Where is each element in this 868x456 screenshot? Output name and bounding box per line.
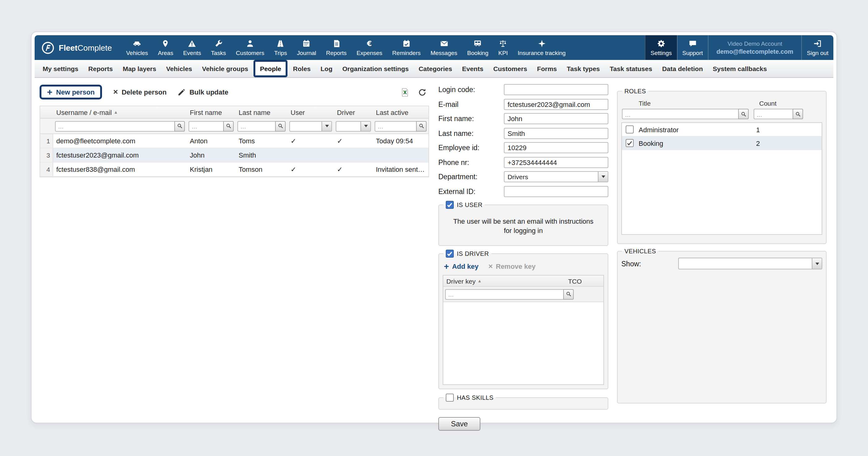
phone-nr-input[interactable] (504, 157, 608, 168)
nav-item-settings[interactable]: Settings (645, 35, 677, 60)
vehicles-show-select[interactable] (678, 258, 822, 269)
last-name-filter-input[interactable] (238, 121, 275, 131)
save-button[interactable]: Save (438, 417, 480, 431)
first-name-filter-input[interactable] (189, 121, 223, 131)
role-checkbox[interactable] (626, 139, 634, 147)
nav-item-sign-out[interactable]: Sign out (801, 35, 833, 60)
tab-categories[interactable]: Categories (413, 60, 457, 77)
col-driver-key[interactable]: Driver key (446, 278, 476, 285)
role-row-booking[interactable]: Booking2 (622, 136, 822, 150)
search-icon[interactable] (223, 121, 234, 131)
col-last-name[interactable]: Last name (236, 108, 287, 116)
employee-id-input[interactable] (504, 142, 608, 153)
delete-person-button[interactable]: × Delete person (113, 88, 166, 96)
roles-fieldset: ROLES Title Count (617, 88, 827, 244)
user-filter-select[interactable] (289, 121, 332, 131)
tab-events[interactable]: Events (457, 60, 488, 77)
is-driver-checkbox[interactable] (446, 250, 454, 258)
nav-item-expenses[interactable]: €Expenses (351, 35, 387, 60)
nav-item-support[interactable]: Support (677, 35, 708, 60)
col-role-title[interactable]: Title (639, 99, 759, 106)
person-icon (246, 39, 254, 47)
driver-keys-filter-row (443, 287, 603, 302)
tab-data-deletion[interactable]: Data deletion (657, 60, 708, 77)
tab-system-callbacks[interactable]: System callbacks (708, 60, 772, 77)
tab-organization-settings[interactable]: Organization settings (338, 60, 414, 77)
external-id-input[interactable] (504, 186, 608, 197)
person-row-fctestuser838-gmail-com[interactable]: 4fctestuser838@gmail.comKristjanTomson✓✓… (40, 163, 428, 177)
nav-item-journal[interactable]: Journal (292, 35, 321, 60)
role-row-administrator[interactable]: Administrator1 (622, 123, 822, 136)
email-input[interactable] (504, 99, 608, 110)
nav-item-customers[interactable]: Customers (231, 35, 269, 60)
tab-reports[interactable]: Reports (84, 60, 118, 77)
tab-log[interactable]: Log (316, 60, 338, 77)
last-active-filter-input[interactable] (375, 121, 416, 131)
tab-task-types[interactable]: Task types (562, 60, 605, 77)
people-table-header: Username / e-mail▲First nameLast nameUse… (40, 106, 428, 119)
tab-map-layers[interactable]: Map layers (118, 60, 161, 77)
login-code-input[interactable] (504, 84, 608, 95)
person-row-demo-fleetcomplete-com[interactable]: 1demo@fleetcomplete.comAntonToms✓✓Today … (40, 134, 428, 148)
tab-people[interactable]: People (254, 60, 287, 77)
has-skills-checkbox[interactable] (446, 394, 454, 402)
nav-item-reminders[interactable]: Reminders (387, 35, 426, 60)
add-key-button[interactable]: + Add key (444, 263, 478, 270)
export-excel-icon[interactable]: X (401, 88, 409, 97)
person-row-fctestuser2023-gmail-com[interactable]: 3fctestuser2023@gmail.comJohnSmith (40, 148, 428, 163)
search-icon[interactable] (738, 109, 749, 119)
nav-item-insurance-tracking[interactable]: Insurance tracking (513, 35, 570, 60)
nav-item-messages[interactable]: Messages (426, 35, 462, 60)
nav-item-trips[interactable]: Trips (269, 35, 292, 60)
new-person-button[interactable]: + New person (39, 85, 102, 99)
nav-item-tasks[interactable]: Tasks (206, 35, 231, 60)
department-select[interactable]: Drivers (504, 171, 608, 182)
col-driver[interactable]: Driver (334, 108, 373, 116)
sort-asc-icon: ▲ (114, 110, 118, 114)
first-name-input[interactable] (504, 113, 608, 124)
form-row-last-name: Last name: (438, 128, 608, 139)
search-icon[interactable] (416, 121, 427, 131)
tab-customers[interactable]: Customers (488, 60, 532, 77)
calendar-icon (303, 39, 311, 47)
col-first-name[interactable]: First name (187, 108, 236, 116)
account-info[interactable]: Video Demo Account demo@fleetcomplete.co… (708, 35, 801, 60)
col-role-count[interactable]: Count (759, 99, 821, 106)
bulk-update-button[interactable]: Bulk update (178, 88, 228, 96)
settings-tabbar: My settingsReportsMap layersVehiclesVehi… (35, 60, 833, 78)
tab-vehicle-groups[interactable]: Vehicle groups (197, 60, 253, 77)
remove-key-button[interactable]: × Remove key (488, 263, 535, 270)
nav-item-reports[interactable]: Reports (321, 35, 352, 60)
role-count-filter-input[interactable] (754, 109, 793, 119)
col-tco[interactable]: TCO (568, 278, 582, 285)
col-user[interactable]: User (287, 108, 334, 116)
tab-vehicles[interactable]: Vehicles (161, 60, 197, 77)
nav-item-areas[interactable]: Areas (153, 35, 178, 60)
nav-item-vehicles[interactable]: Vehicles (121, 35, 153, 60)
search-icon[interactable] (563, 289, 574, 300)
driver-filter-select[interactable] (336, 121, 371, 131)
tab-my-settings[interactable]: My settings (38, 60, 84, 77)
role-title: Administrator (639, 126, 756, 133)
nav-item-events[interactable]: Events (178, 35, 206, 60)
tab-task-statuses[interactable]: Task statuses (605, 60, 657, 77)
nav-item-kpi[interactable]: KPI (493, 35, 513, 60)
search-icon[interactable] (275, 121, 286, 131)
last-name-input[interactable] (504, 128, 608, 139)
driver-checkmark: ✓ (334, 165, 373, 173)
refresh-icon[interactable] (418, 88, 427, 97)
search-icon[interactable] (174, 121, 185, 131)
tab-forms[interactable]: Forms (532, 60, 562, 77)
driver-key-filter-input[interactable] (445, 289, 563, 300)
role-checkbox[interactable] (626, 125, 634, 133)
nav-item-booking[interactable]: Booking (462, 35, 493, 60)
col-last-active[interactable]: Last active (373, 108, 428, 116)
form-row-email: E-mail (438, 99, 608, 110)
search-icon[interactable] (793, 109, 803, 119)
brand-logo[interactable]: FleetComplete (35, 35, 121, 60)
tab-roles[interactable]: Roles (288, 60, 316, 77)
is-user-checkbox[interactable] (446, 200, 454, 208)
col-username-email[interactable]: Username / e-mail▲ (53, 108, 187, 116)
username-filter-input[interactable] (55, 121, 174, 131)
role-title-filter-input[interactable] (622, 109, 738, 119)
